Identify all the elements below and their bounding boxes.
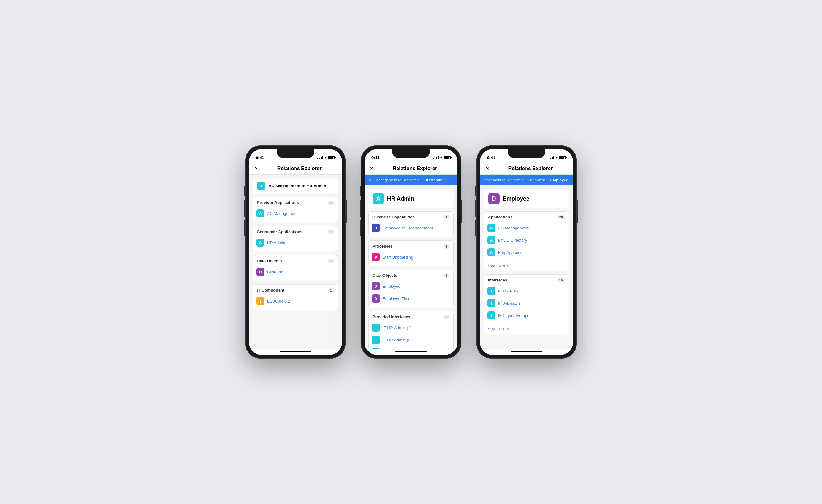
- item-icon: I: [372, 324, 380, 332]
- close-button[interactable]: ✕: [485, 165, 489, 171]
- section-card: IT Component 1 I ESBCalc 6.2: [253, 284, 338, 310]
- section-title: Data Objects: [372, 273, 397, 278]
- item-label: Customer: [267, 270, 285, 274]
- list-item[interactable]: A AC Management: [487, 222, 566, 234]
- section-card: Data Objects 2 D Employee D Employee Tim…: [368, 270, 454, 308]
- section-title: Data Objects: [257, 259, 282, 263]
- item-icon: I: [372, 336, 380, 344]
- list-item[interactable]: I IF Payroll Europe: [487, 309, 566, 321]
- item-label: Employee Time: [382, 296, 411, 301]
- list-item[interactable]: A BYOD Directory: [487, 234, 566, 246]
- entity-name: HR Admin: [387, 196, 414, 202]
- section-title: Interfaces: [488, 278, 507, 282]
- item-label: AC Management: [267, 211, 298, 216]
- list-item[interactable]: P Staff Onboarding: [372, 251, 450, 263]
- entity-badge: D: [488, 193, 499, 204]
- list-item[interactable]: I IF HR Admin (1): [372, 322, 450, 334]
- section-card: Processes 1 P Staff Onboarding: [368, 240, 454, 266]
- chevron-down-icon: ∨: [506, 326, 509, 331]
- item-label: Employee: [382, 284, 401, 289]
- wifi-icon: ▾: [440, 156, 442, 160]
- section-badge: 1: [443, 215, 450, 219]
- list-item[interactable]: I ESBCalc 6.2: [256, 295, 335, 307]
- section-title: IT Component: [257, 288, 284, 292]
- home-indicator: [280, 351, 311, 352]
- item-label: EmpAppraise: [498, 250, 522, 255]
- item-icon: D: [372, 294, 380, 303]
- list-item[interactable]: I IF HR Admin (2): [372, 334, 450, 346]
- home-indicator: [395, 351, 427, 352]
- app-header: ✕ Relations Explorer: [365, 163, 457, 175]
- signal-bars-icon: [433, 156, 439, 159]
- item-label: IF HR Admin (1): [382, 325, 412, 330]
- list-item[interactable]: D Employee: [372, 280, 450, 292]
- list-item[interactable]: I IF HR Admin (3): [372, 346, 450, 349]
- list-item[interactable]: D Customer: [256, 266, 335, 278]
- item-label: HR Admin: [267, 240, 286, 245]
- chevron-down-icon: ∨: [506, 263, 509, 268]
- list-item[interactable]: I IF Jobwatch: [487, 297, 566, 309]
- header-title: Relations Explorer: [377, 166, 452, 171]
- section-title: Consumer Applications: [257, 229, 302, 234]
- item-label: AC Management: [498, 226, 529, 230]
- breadcrumb-item[interactable]: nagement to HR Admin: [484, 178, 523, 182]
- breadcrumb-item[interactable]: HR Admin: [528, 178, 545, 182]
- breadcrumb-separator: ›: [525, 178, 526, 182]
- item-icon: I: [487, 299, 495, 307]
- item-icon: A: [487, 224, 495, 232]
- close-button[interactable]: ✕: [370, 165, 374, 171]
- item-icon: D: [372, 282, 380, 290]
- root-label: AC Management to HR Admin: [269, 184, 326, 188]
- item-icon: I: [487, 311, 495, 319]
- section-badge: 1: [328, 230, 334, 234]
- list-item[interactable]: I IF HR Plan: [487, 285, 566, 297]
- section-badge: 1: [328, 288, 334, 292]
- item-label: IF HR Admin (2): [382, 338, 412, 342]
- list-item[interactable]: A AC Management: [256, 207, 335, 219]
- breadcrumb-item: HR Admin: [424, 178, 442, 182]
- section-card: Applications 20 A AC Management A BYOD D…: [484, 211, 569, 271]
- item-icon: A: [256, 239, 264, 247]
- entity-header: A HR Admin: [368, 189, 454, 208]
- breadcrumb: nagement to HR Admin›HR Admin›Employee: [480, 175, 573, 185]
- section-badge: 1: [328, 259, 334, 263]
- entity-badge: A: [373, 193, 384, 204]
- breadcrumb-item[interactable]: AC Management to HR Admin: [369, 178, 419, 182]
- section-card: Interfaces 15 I IF HR Plan I IF Jobwatch…: [484, 274, 569, 334]
- close-button[interactable]: ✕: [254, 165, 258, 171]
- root-item[interactable]: I AC Management to HR Admin: [253, 179, 338, 193]
- item-icon: A: [487, 236, 495, 244]
- section-card: Data Objects 1 D Customer: [253, 255, 338, 281]
- app-content: A HR Admin Business Capabilities 1 B Emp…: [365, 185, 457, 349]
- section-title: Business Capabilities: [372, 215, 414, 219]
- item-icon: I: [487, 287, 495, 295]
- view-more-button[interactable]: view more ∨: [484, 324, 569, 334]
- phone-phone1: 9:41 ▾ ✕ Relations Explorer I AC Managem…: [245, 145, 346, 359]
- item-icon: I: [372, 348, 380, 349]
- battery-icon: [559, 156, 566, 159]
- section-badge: 15: [557, 278, 565, 282]
- phones-container: 9:41 ▾ ✕ Relations Explorer I AC Managem…: [245, 145, 577, 359]
- section-card: Provider Applications 1 A AC Management: [253, 197, 338, 223]
- status-time: 9:41: [487, 155, 495, 160]
- app-header: ✕ Relations Explorer: [480, 163, 573, 175]
- item-icon: I: [256, 297, 264, 305]
- app-content: I AC Management to HR Admin Provider App…: [249, 175, 342, 349]
- item-label: BYOD Directory: [498, 238, 527, 243]
- view-more-button[interactable]: view more ∨: [484, 261, 569, 271]
- section-title: Provided Interfaces: [372, 314, 410, 319]
- section-badge: 2: [443, 273, 450, 278]
- home-indicator: [511, 351, 542, 352]
- list-item[interactable]: B Employee lif... Management: [372, 222, 450, 234]
- list-item[interactable]: A EmpAppraise: [487, 246, 566, 258]
- item-label: IF HR Plan: [498, 289, 518, 293]
- item-label: IF Jobwatch: [498, 301, 520, 306]
- item-icon: A: [256, 209, 264, 217]
- breadcrumb: AC Management to HR Admin›HR Admin: [365, 175, 457, 185]
- view-more-label: view more: [488, 326, 505, 331]
- list-item[interactable]: A HR Admin: [256, 237, 335, 249]
- wifi-icon: ▾: [325, 156, 327, 160]
- breadcrumb-item: Employee: [550, 178, 568, 182]
- item-label: IF Payroll Europe: [498, 313, 529, 318]
- list-item[interactable]: D Employee Time: [372, 292, 450, 304]
